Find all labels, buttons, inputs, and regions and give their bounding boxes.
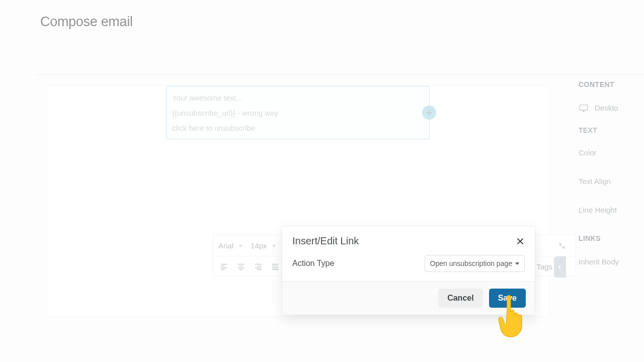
- align-right-button[interactable]: [250, 258, 267, 275]
- section-heading-content: CONTENT: [579, 80, 644, 88]
- text-line: Your awesome text...: [172, 90, 424, 106]
- header-divider: [36, 74, 644, 75]
- opt-text-align[interactable]: Text Align: [579, 177, 644, 186]
- caret-down-icon: [515, 262, 519, 265]
- action-type-select[interactable]: Open unsubscription page: [425, 255, 525, 272]
- align-left-button[interactable]: [215, 258, 232, 275]
- save-button[interactable]: Save: [489, 289, 526, 308]
- svg-rect-10: [580, 105, 588, 110]
- chevron-down-icon: [238, 245, 243, 247]
- monitor-icon: [579, 104, 589, 112]
- font-family-select[interactable]: Arial: [215, 238, 246, 254]
- action-type-value: Open unsubscription page: [430, 259, 512, 267]
- align-center-button[interactable]: [232, 258, 250, 275]
- align-justify-button[interactable]: [267, 258, 284, 275]
- modal-title: Insert/Edit Link: [292, 235, 359, 247]
- desktop-label: Deskto: [595, 104, 618, 112]
- opt-color[interactable]: Color: [579, 148, 644, 157]
- section-heading-links: LINKS: [579, 234, 644, 242]
- close-icon[interactable]: [516, 237, 525, 246]
- panel-collapse-toggle[interactable]: [554, 256, 566, 278]
- properties-panel: CONTENT Deskto TEXT Color Text Align Lin…: [564, 80, 644, 286]
- section-heading-text: TEXT: [579, 126, 644, 134]
- cancel-button[interactable]: Cancel: [438, 289, 482, 308]
- text-block[interactable]: Your awesome text... {{unsubscribe_url}}…: [167, 86, 430, 139]
- opt-line-height[interactable]: Line Height: [579, 206, 644, 214]
- text-line: click here to unsubscribe: [172, 121, 424, 136]
- font-size-select[interactable]: 14px: [248, 238, 279, 254]
- opt-inherit-body[interactable]: Inherit Body: [579, 257, 644, 266]
- drag-handle[interactable]: [422, 106, 436, 120]
- chevron-down-icon: [272, 245, 276, 247]
- action-type-label: Action Type: [292, 259, 334, 268]
- text-line: {{unsubscribe_url}} - wrong way: [172, 106, 424, 121]
- font-family-label: Arial: [218, 241, 233, 250]
- insert-link-modal: Insert/Edit Link Action Type Open unsubs…: [282, 226, 535, 315]
- desktop-preview-button[interactable]: Deskto: [579, 104, 644, 112]
- font-size-label: 14px: [251, 241, 267, 250]
- page-title: Compose email: [0, 0, 644, 30]
